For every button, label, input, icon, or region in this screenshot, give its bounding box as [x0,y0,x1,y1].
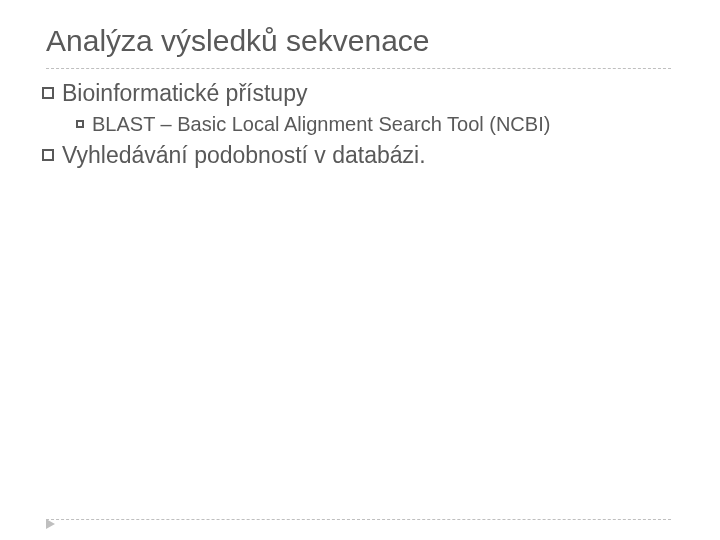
bullet-text: Bioinformatické přístupy [62,80,307,106]
slide-title: Analýza výsledků sekvenace [46,24,430,58]
bullet-level1: Bioinformatické přístupy [42,79,682,108]
footer-divider [46,519,671,520]
small-square-bullet-icon [76,120,84,128]
slide: Analýza výsledků sekvenace Bioinformatic… [0,0,720,540]
arrow-icon [46,519,55,529]
bullet-text: Vyhledávání podobností v databázi. [62,142,426,168]
content-body: Bioinformatické přístupy BLAST – Basic L… [42,79,682,174]
bullet-level1: Vyhledávání podobností v databázi. [42,141,682,170]
square-bullet-icon [42,87,54,99]
bullet-text: BLAST – Basic Local Alignment Search Too… [92,113,550,135]
square-bullet-icon [42,149,54,161]
title-divider [46,68,671,69]
bullet-level2: BLAST – Basic Local Alignment Search Too… [76,112,682,137]
